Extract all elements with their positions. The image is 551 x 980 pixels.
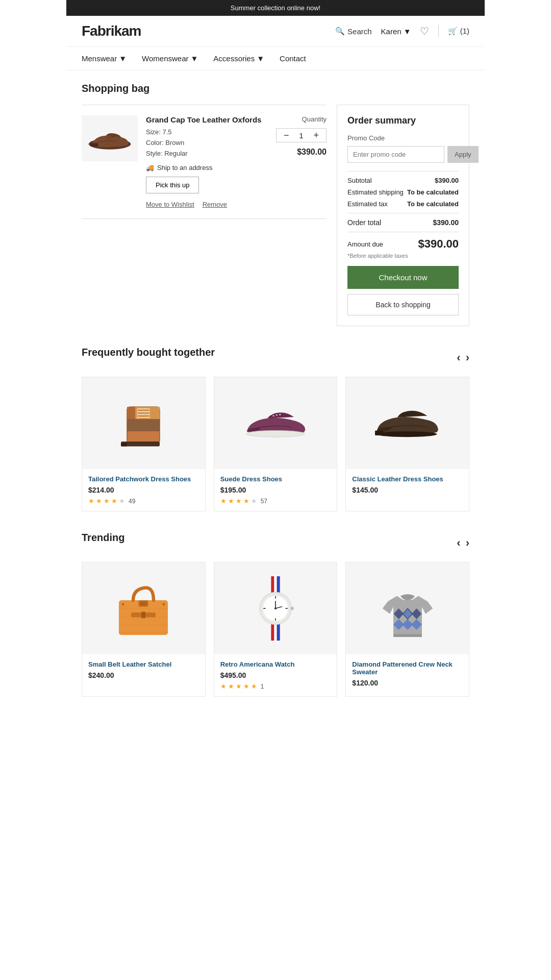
trending-next-button[interactable]: › xyxy=(466,536,469,550)
product-card-sweater[interactable]: Diamond Patterened Crew Neck Sweater $12… xyxy=(345,562,469,697)
header-right: 🔍 Search Karen ▼ ♡ 🛒 (1) xyxy=(335,25,469,37)
search-button[interactable]: 🔍 Search xyxy=(335,27,372,36)
product-card-tailored[interactable]: Tailored Patchwork Dress Shoes $214.00 ★… xyxy=(82,377,206,511)
product-name-sweater: Diamond Patterened Crew Neck Sweater xyxy=(352,660,463,676)
back-to-shopping-button[interactable]: Back to shopping xyxy=(347,294,459,315)
pick-up-button[interactable]: Pick this up xyxy=(146,177,199,193)
star-1: ★ xyxy=(220,497,227,505)
nav-menswear-label: Menswear xyxy=(82,54,117,63)
nav-accessories-label: Accessories xyxy=(213,54,255,63)
trending-header: Trending ‹ › xyxy=(82,532,469,554)
frequently-bought-grid: Tailored Patchwork Dress Shoes $214.00 ★… xyxy=(82,377,469,511)
product-info-tailored: Tailored Patchwork Dress Shoes $214.00 ★… xyxy=(82,469,205,511)
chevron-down-icon: ▼ xyxy=(404,27,411,36)
star-4: ★ xyxy=(243,497,249,505)
product-stars-suede: ★ ★ ★ ★ ★ 57 xyxy=(220,497,331,505)
nav-accessories[interactable]: Accessories ▼ xyxy=(213,54,264,63)
trending-prev-button[interactable]: ‹ xyxy=(457,536,460,550)
frequently-bought-header: Frequently bought together ‹ › xyxy=(82,347,469,369)
star-5: ★ xyxy=(251,497,257,505)
watch-svg xyxy=(237,573,314,644)
qty-decrease-button[interactable]: − xyxy=(282,131,291,140)
logo[interactable]: Fabrikam xyxy=(82,23,141,39)
qty-label: Quantity xyxy=(302,115,327,123)
order-summary: Order summary Promo Code Apply Subtotal … xyxy=(337,105,469,326)
promo-row: Apply xyxy=(347,146,459,163)
prev-button[interactable]: ‹ xyxy=(457,351,460,364)
cart-button[interactable]: 🛒 (1) xyxy=(448,27,469,36)
svg-point-21 xyxy=(377,431,437,437)
subtotal-label: Subtotal xyxy=(347,177,372,184)
star-3: ★ xyxy=(236,497,242,505)
truck-icon: 🚚 xyxy=(146,164,154,172)
header-divider xyxy=(438,25,439,37)
svg-point-36 xyxy=(163,603,165,606)
svg-rect-8 xyxy=(121,443,127,446)
star-1: ★ xyxy=(88,497,94,505)
item-price: $390.00 xyxy=(297,148,327,157)
product-info-sweater: Diamond Patterened Crew Neck Sweater $12… xyxy=(346,654,469,696)
remove-link[interactable]: Remove xyxy=(203,201,227,208)
nav-contact[interactable]: Contact xyxy=(280,54,306,63)
order-total-label: Order total xyxy=(347,218,381,227)
svg-point-25 xyxy=(412,413,414,414)
product-name-tailored: Tailored Patchwork Dress Shoes xyxy=(88,475,199,483)
star-2: ★ xyxy=(228,682,234,690)
nav-menswear[interactable]: Menswear ▼ xyxy=(82,54,127,63)
star-3: ★ xyxy=(236,682,242,690)
svg-point-24 xyxy=(409,413,411,414)
svg-point-22 xyxy=(403,414,404,415)
shipping-row: Estimated shipping To be calculated xyxy=(347,188,459,196)
svg-point-23 xyxy=(406,413,407,415)
top-banner: Summer collection online now! xyxy=(66,0,485,16)
svg-point-35 xyxy=(122,603,124,606)
amount-due-label: Amount due xyxy=(347,240,383,248)
amount-due-value: $390.00 xyxy=(418,237,459,251)
nav-womenswear-label: Womenswear xyxy=(142,54,188,63)
star-5: ★ xyxy=(119,497,125,505)
ship-row: 🚚 Ship to an address xyxy=(146,164,268,172)
checkout-button[interactable]: Checkout now xyxy=(347,266,459,289)
product-card-classic[interactable]: Classic Leather Dress Shoes $145.00 xyxy=(345,377,469,511)
star-5: ★ xyxy=(251,682,257,690)
item-image xyxy=(82,115,138,161)
wishlist-icon[interactable]: ♡ xyxy=(420,25,429,37)
product-info-watch: Retro Americana Watch $495.00 ★ ★ ★ ★ ★ … xyxy=(214,654,337,696)
qty-increase-button[interactable]: + xyxy=(311,131,321,140)
move-to-wishlist-link[interactable]: Move to Wishlist xyxy=(146,201,194,208)
nav-womenswear[interactable]: Womenswear ▼ xyxy=(142,54,198,63)
apply-button[interactable]: Apply xyxy=(447,146,479,163)
user-menu[interactable]: Karen ▼ xyxy=(381,27,411,36)
product-card-watch[interactable]: Retro Americana Watch $495.00 ★ ★ ★ ★ ★ … xyxy=(214,562,338,697)
shipping-label: Estimated shipping xyxy=(347,188,404,196)
frequently-bought-title: Frequently bought together xyxy=(82,347,215,358)
svg-rect-28 xyxy=(141,611,145,618)
product-name-suede: Suede Dress Shoes xyxy=(220,475,331,483)
subtotal-row: Subtotal $390.00 xyxy=(347,177,459,184)
style-label: Style: xyxy=(146,150,163,157)
item-qty-price: Quantity − 1 + $390.00 xyxy=(276,115,327,208)
amount-due-row: Amount due $390.00 xyxy=(347,237,459,251)
color-value: Brown xyxy=(165,139,184,146)
banner-text: Summer collection online now! xyxy=(231,4,320,12)
tailored-shoe-svg xyxy=(103,393,184,454)
summary-divider-3 xyxy=(347,232,459,232)
product-name-classic: Classic Leather Dress Shoes xyxy=(352,475,463,483)
product-info-satchel: Small Belt Leather Satchel $240.00 xyxy=(82,654,205,689)
item-shoe-svg xyxy=(87,120,133,156)
order-total-row: Order total $390.00 xyxy=(347,218,459,227)
star-1: ★ xyxy=(220,682,227,690)
trending-grid: Small Belt Leather Satchel $240.00 xyxy=(82,562,469,697)
svg-point-18 xyxy=(276,414,278,415)
product-card-satchel[interactable]: Small Belt Leather Satchel $240.00 xyxy=(82,562,206,697)
chevron-down-icon: ▼ xyxy=(257,54,264,63)
product-stars-tailored: ★ ★ ★ ★ ★ 49 xyxy=(88,497,199,505)
frequently-bought-nav: ‹ › xyxy=(457,351,469,364)
search-icon: 🔍 xyxy=(335,27,345,36)
product-card-suede[interactable]: Suede Dress Shoes $195.00 ★ ★ ★ ★ ★ 57 xyxy=(214,377,338,511)
product-img-sweater xyxy=(346,562,469,654)
next-button[interactable]: › xyxy=(466,351,469,364)
classic-shoe-svg xyxy=(367,393,448,454)
frequently-bought-section: Frequently bought together ‹ › xyxy=(82,347,469,511)
promo-input[interactable] xyxy=(347,146,444,163)
